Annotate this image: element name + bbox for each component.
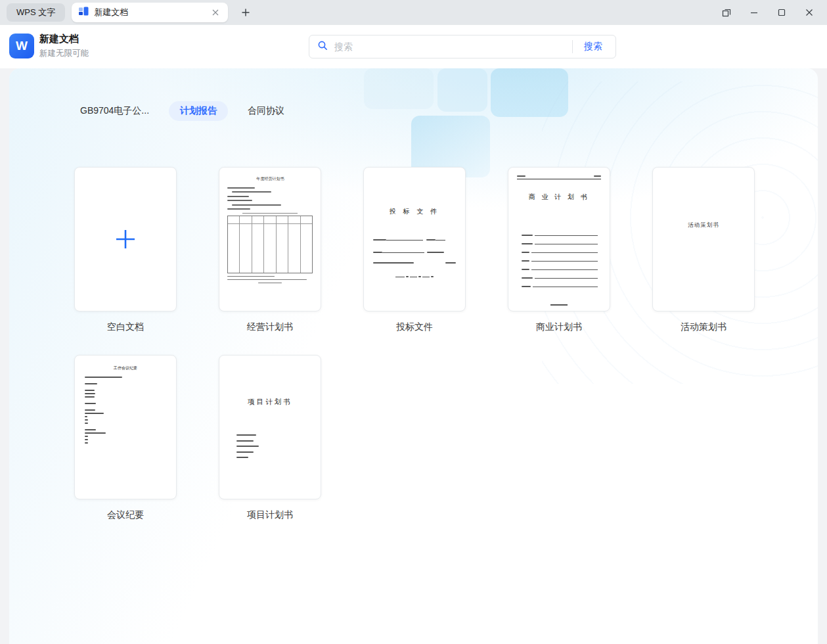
thumb-title: 年度经营计划书 [256,176,284,181]
template-thumbnail: 工作会议纪要 [75,356,176,499]
template-thumbnail: 投 标 文 件 [364,168,465,311]
maximize-button[interactable] [768,0,795,25]
thumb-title: 工作会议纪要 [114,365,137,371]
template-card-blank[interactable] [74,167,177,311]
filter-contract[interactable]: 合同协议 [248,105,284,117]
template-label: 商业计划书 [508,321,610,334]
wps-doc-logo-icon [78,6,89,19]
stack-windows-icon [721,7,732,18]
template-thumbnail: 年度经营计划书 [219,168,321,311]
minimize-button[interactable] [740,0,768,25]
template-thumbnail: 项目计划书 [219,356,321,499]
thumb-lines [227,187,313,210]
search-input[interactable] [334,41,566,52]
thumb-title: 投 标 文 件 [364,207,465,216]
template-card-business-proposal[interactable]: 商 业 计 划 书 [508,167,610,311]
thumb-lines [236,434,321,458]
plus-icon [241,8,250,17]
template-cell: 空白文档 [74,167,177,334]
maximize-icon [776,7,788,18]
template-cell: 活动策划书 活动策划书 [652,167,755,334]
decorative-square [364,68,434,109]
thumb-lines [373,237,456,264]
template-cell: 年度经营计划书 [219,167,321,334]
template-cell: 投 标 文 件 投标文件 [363,167,466,334]
thumb-line [242,213,297,214]
template-card-bid-document[interactable]: 投 标 文 件 [363,167,466,311]
thumb-date-line [364,274,465,277]
search-icon [317,40,328,54]
template-cell: 项目计划书 项目计划书 [219,355,321,522]
search-button[interactable]: 搜索 [579,41,608,53]
filter-plan-report-active[interactable]: 计划报告 [169,101,228,121]
page-subtitle: 新建无限可能 [39,48,89,59]
close-window-button[interactable] [795,0,823,25]
decorative-square [437,68,487,112]
search-divider [572,40,573,53]
thumb-title: 商 业 计 划 书 [516,193,602,202]
close-icon [803,7,815,18]
template-grid: 空白文档 年度经营计划书 [74,167,803,522]
header: W 新建文档 新建无限可能 搜索 [0,25,827,68]
template-card-meeting-minutes[interactable]: 工作会议纪要 [74,355,177,499]
tab-close-icon[interactable] [210,7,221,18]
blank-thumbnail [75,168,176,311]
template-thumbnail: 商 业 计 划 书 [508,168,610,311]
filter-gb9704[interactable]: GB9704电子公... [80,105,149,117]
template-card-business-plan-table[interactable]: 年度经营计划书 [219,167,321,311]
template-label: 活动策划书 [652,321,755,334]
category-filter-row: GB9704电子公... 计划报告 合同协议 [80,101,284,121]
page-title: 新建文档 [39,33,79,45]
template-label: 空白文档 [74,321,177,334]
tab-wps-home-label: WPS 文字 [16,7,55,18]
template-thumbnail: 活动策划书 [653,168,754,311]
search-bar[interactable]: 搜索 [309,35,616,58]
template-label: 会议纪要 [74,509,177,522]
thumb-header-rule [517,175,601,179]
tab-new-document-label: 新建文档 [94,7,204,18]
template-cell: 商 业 计 划 书 商业计划书 [508,167,610,334]
wps-writer-logo: W [9,34,34,58]
template-label: 投标文件 [363,321,466,334]
thumb-title: 活动策划书 [653,221,754,229]
thumb-table [227,216,313,273]
minimize-icon [748,7,760,18]
plus-icon [112,226,139,252]
thumb-lines [522,231,598,287]
thumb-lines [83,377,168,444]
stack-windows-button[interactable] [713,0,740,25]
thumb-title: 项目计划书 [219,398,321,407]
template-card-project-plan[interactable]: 项目计划书 [219,355,321,499]
template-cell: 工作会议纪要 [74,355,177,522]
thumb-lines [227,276,313,284]
new-tab-button[interactable] [237,4,254,21]
tab-new-document[interactable]: 新建文档 [72,3,228,22]
main-panel: GB9704电子公... 计划报告 合同协议 空白文档 年度经营计划书 [9,68,818,644]
template-label: 经营计划书 [219,321,321,334]
thumb-line [550,304,568,306]
titlebar: WPS 文字 新建文档 [0,0,827,25]
template-card-event-plan[interactable]: 活动策划书 [652,167,755,311]
tab-wps-home[interactable]: WPS 文字 [7,3,65,22]
template-label: 项目计划书 [219,509,321,522]
logo-letter: W [16,39,28,53]
decorative-square [491,68,568,117]
